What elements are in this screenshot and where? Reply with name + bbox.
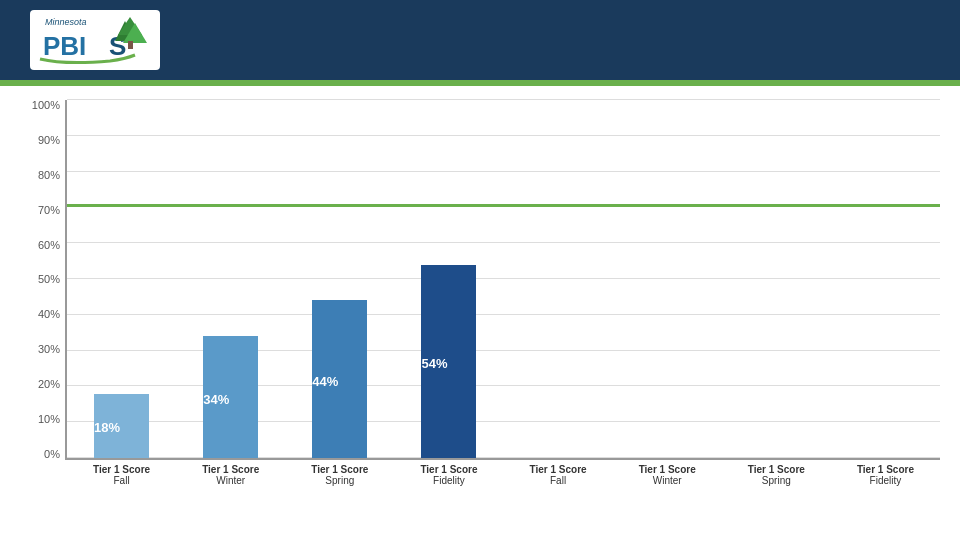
x-label-season: Spring xyxy=(722,475,831,486)
chart-area: 100%90%80%70%60%50%40%30%20%10%0% 18%Tie… xyxy=(0,86,960,540)
bar-group: Tier 1 ScoreFall xyxy=(504,100,613,458)
x-label-season: Fidelity xyxy=(394,475,503,486)
target-line xyxy=(67,204,940,207)
y-axis-label: 30% xyxy=(38,344,60,355)
x-label-tier: Tier 1 Score xyxy=(67,464,176,475)
chart-container: 100%90%80%70%60%50%40%30%20%10%0% 18%Tie… xyxy=(20,100,940,490)
y-axis-label: 40% xyxy=(38,309,60,320)
x-axis-label: Tier 1 ScoreSpring xyxy=(722,464,831,486)
y-axis-label: 10% xyxy=(38,414,60,425)
bar-group: Tier 1 ScoreSpring xyxy=(722,100,831,458)
x-label-season: Fidelity xyxy=(831,475,940,486)
x-label-tier: Tier 1 Score xyxy=(394,464,503,475)
bar-value-label: 44% xyxy=(312,370,338,389)
bar-value-label: 34% xyxy=(203,388,229,407)
header: Minnesota PBI S xyxy=(0,0,960,80)
y-axis-label: 100% xyxy=(32,100,60,111)
bar-group: Tier 1 ScoreFidelity xyxy=(831,100,940,458)
x-label-season: Fall xyxy=(504,475,613,486)
bar: 18% xyxy=(94,394,149,458)
x-label-tier: Tier 1 Score xyxy=(504,464,613,475)
bar: 44% xyxy=(312,300,367,458)
bar-group: 34%Tier 1 ScoreWinter xyxy=(176,100,285,458)
x-label-tier: Tier 1 Score xyxy=(285,464,394,475)
y-axis-label: 70% xyxy=(38,205,60,216)
logo-area: Minnesota PBI S xyxy=(30,10,160,70)
x-label-season: Winter xyxy=(613,475,722,486)
bar-group: 18%Tier 1 ScoreFall xyxy=(67,100,176,458)
bar-value-label: 54% xyxy=(421,352,447,371)
x-axis-label: Tier 1 ScoreFidelity xyxy=(394,464,503,486)
logo-box: Minnesota PBI S xyxy=(30,10,160,70)
x-axis-label: Tier 1 ScoreWinter xyxy=(613,464,722,486)
x-axis-label: Tier 1 ScoreWinter xyxy=(176,464,285,486)
bar-group: Tier 1 ScoreWinter xyxy=(613,100,722,458)
svg-text:PBI: PBI xyxy=(43,31,86,61)
y-axis: 100%90%80%70%60%50%40%30%20%10%0% xyxy=(20,100,65,460)
y-axis-label: 90% xyxy=(38,135,60,146)
x-label-season: Winter xyxy=(176,475,285,486)
x-label-tier: Tier 1 Score xyxy=(176,464,285,475)
y-axis-label: 80% xyxy=(38,170,60,181)
x-axis-label: Tier 1 ScoreFall xyxy=(67,464,176,486)
y-axis-label: 60% xyxy=(38,240,60,251)
bar-group: 54%Tier 1 ScoreFidelity xyxy=(394,100,503,458)
bar: 54% xyxy=(421,265,476,458)
bar-group: 44%Tier 1 ScoreSpring xyxy=(285,100,394,458)
x-axis-label: Tier 1 ScoreFidelity xyxy=(831,464,940,486)
x-label-tier: Tier 1 Score xyxy=(831,464,940,475)
x-label-season: Spring xyxy=(285,475,394,486)
x-axis-label: Tier 1 ScoreSpring xyxy=(285,464,394,486)
x-label-tier: Tier 1 Score xyxy=(722,464,831,475)
bar-value-label: 18% xyxy=(94,416,120,435)
svg-rect-6 xyxy=(128,41,133,49)
bar: 34% xyxy=(203,336,258,458)
y-axis-label: 20% xyxy=(38,379,60,390)
bars-area: 18%Tier 1 ScoreFall34%Tier 1 ScoreWinter… xyxy=(65,100,940,460)
svg-text:Minnesota: Minnesota xyxy=(45,17,87,27)
x-label-season: Fall xyxy=(67,475,176,486)
y-axis-label: 50% xyxy=(38,274,60,285)
x-label-tier: Tier 1 Score xyxy=(613,464,722,475)
y-axis-label: 0% xyxy=(44,449,60,460)
x-axis-label: Tier 1 ScoreFall xyxy=(504,464,613,486)
